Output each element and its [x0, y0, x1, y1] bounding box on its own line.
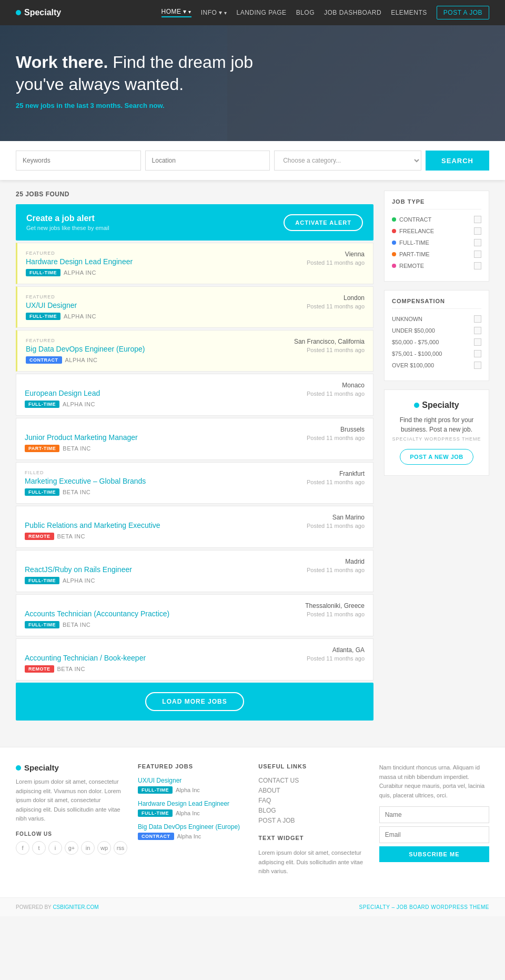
- social-instagram-icon[interactable]: i: [48, 841, 62, 855]
- text-widget-title: TEXT WIDGET: [258, 835, 368, 841]
- footer-name-input[interactable]: [379, 806, 489, 823]
- activate-alert-button[interactable]: ACTIVATE ALERT: [284, 214, 363, 231]
- filter-dot-icon: [392, 217, 396, 222]
- compensation-checkbox[interactable]: [474, 338, 481, 346]
- filter-label: PART-TIME: [392, 251, 430, 257]
- nav-landing[interactable]: LANDING PAGE: [236, 9, 286, 16]
- search-keywords-input[interactable]: [16, 151, 141, 171]
- job-company: Beta Inc: [63, 445, 90, 452]
- compensation-checkbox[interactable]: [474, 350, 481, 357]
- job-tags: FULL-TIME Alpha Inc: [26, 313, 96, 320]
- job-title[interactable]: Marketing Executive – Global Brands: [25, 477, 146, 485]
- job-type-tag: PART-TIME: [25, 445, 59, 452]
- filter-dot-icon: [392, 229, 396, 233]
- featured-label: FEATURED: [26, 251, 133, 256]
- social-linkedin-icon[interactable]: in: [81, 841, 95, 855]
- compensation-checkbox[interactable]: [474, 362, 481, 369]
- filter-dot-icon: [392, 252, 396, 256]
- job-type-tag: REMOTE: [25, 665, 54, 673]
- promo-logo-text: Specialty: [422, 401, 459, 410]
- job-company: Beta Inc: [57, 533, 85, 539]
- job-tags: FULL-TIME Beta Inc: [25, 621, 169, 628]
- filter-checkbox[interactable]: [474, 251, 481, 258]
- filter-checkbox[interactable]: [474, 262, 481, 269]
- search-button[interactable]: SEARCH: [426, 151, 489, 171]
- post-new-job-button[interactable]: POST A NEW JOB: [400, 449, 473, 465]
- footer-job-link[interactable]: UX/UI Designer: [138, 777, 248, 784]
- filter-type-label: PART-TIME: [399, 251, 430, 257]
- search-location-input[interactable]: [145, 151, 270, 171]
- job-type-tag: FULL-TIME: [25, 488, 59, 496]
- job-location: London: [307, 294, 365, 302]
- filter-checkbox[interactable]: [474, 239, 481, 246]
- hero-overlay: [227, 25, 505, 141]
- job-location: Frankfurt: [307, 470, 365, 477]
- hero-content: Work there. Find the dream job you've al…: [16, 52, 268, 109]
- social-rss-icon[interactable]: rss: [114, 841, 127, 855]
- job-location: Thessaloniki, Greece: [305, 602, 365, 609]
- sidebar-promo: Specialty Find the right pros for your b…: [384, 389, 489, 476]
- job-title[interactable]: Accounts Technician (Accountancy Practic…: [25, 609, 169, 618]
- footer-job-tag: FULL-TIME: [138, 809, 173, 817]
- list-item: OVER $100,000: [392, 362, 481, 369]
- social-wordpress-icon[interactable]: wp: [97, 841, 111, 855]
- specialty-theme-link[interactable]: SPECIALTY – JOB BOARD WORDPRESS THEME: [359, 904, 489, 910]
- filter-checkbox[interactable]: [474, 216, 481, 223]
- social-twitter-icon[interactable]: t: [32, 841, 46, 855]
- footer-job-company: Alpha Inc: [176, 810, 200, 816]
- nav-job-dashboard[interactable]: JOB DASHBOARD: [324, 9, 381, 16]
- job-title[interactable]: ReactJS/Ruby on Rails Engineer: [25, 565, 132, 574]
- job-posted: Posted 11 months ago: [305, 611, 365, 617]
- table-row: Public Relations and Marketing Executive…: [16, 506, 373, 548]
- useful-links-title: USEFUL LINKS: [258, 763, 368, 769]
- hero-stat-text: new jobs in the last: [23, 102, 90, 109]
- job-right: Vienna Posted 11 months ago: [296, 251, 365, 266]
- social-facebook-icon[interactable]: f: [16, 841, 29, 855]
- nav-home[interactable]: HOME ▾: [161, 8, 191, 17]
- csigniter-link[interactable]: CSBIGNITER.COM: [53, 904, 98, 910]
- nav-elements[interactable]: ELEMENTS: [391, 9, 427, 16]
- job-title[interactable]: UX/UI Designer: [26, 301, 96, 309]
- filter-checkbox[interactable]: [474, 227, 481, 235]
- promo-logo-dot-icon: [414, 403, 419, 408]
- compensation-checkbox[interactable]: [474, 327, 481, 334]
- job-title[interactable]: Junior Product Marketing Manager: [25, 433, 138, 442]
- job-type-tag: FULL-TIME: [26, 269, 60, 276]
- list-item: FREELANCE: [392, 227, 481, 235]
- footer-email-input[interactable]: [379, 826, 489, 843]
- footer-powered-by: POWERED BY CSBIGNITER.COM: [16, 904, 99, 910]
- useful-link[interactable]: POST A JOB: [258, 817, 368, 824]
- job-title[interactable]: Accounting Technician / Book-keeper: [25, 654, 146, 662]
- search-category-select[interactable]: Choose a category...: [274, 151, 421, 171]
- job-posted: Posted 11 months ago: [307, 259, 365, 266]
- useful-link[interactable]: FAQ: [258, 797, 368, 804]
- footer-job-company: Alpha Inc: [177, 833, 201, 839]
- job-title[interactable]: Public Relations and Marketing Executive: [25, 521, 160, 529]
- compensation-checkbox[interactable]: [474, 315, 481, 323]
- job-company: Beta Inc: [63, 622, 90, 628]
- social-google-icon[interactable]: g+: [65, 841, 78, 855]
- nav-blog[interactable]: BLOG: [296, 9, 315, 16]
- job-right: Frankfurt Posted 11 months ago: [296, 470, 365, 485]
- job-title[interactable]: Hardware Design Lead Engineer: [26, 257, 133, 266]
- promo-sub: SPECIALTY WORDPRESS THEME: [392, 436, 481, 442]
- nav-info[interactable]: INFO ▾: [201, 9, 227, 16]
- job-title[interactable]: European Design Lead: [25, 389, 100, 397]
- compensation-label: UNKNOWN: [392, 316, 422, 322]
- job-alert-box: Create a job alert Get new jobs like the…: [16, 204, 373, 241]
- useful-link[interactable]: ABOUT: [258, 787, 368, 794]
- jobs-list: FEATURED Hardware Design Lead Engineer F…: [16, 243, 373, 681]
- footer-col-brand: Specialty Lorem ipsum dolor sit amet, co…: [16, 763, 127, 882]
- job-tags: FULL-TIME Beta Inc: [25, 488, 146, 496]
- filter-type-label: FREELANCE: [399, 228, 434, 234]
- nav-post-job[interactable]: POST A JOB: [437, 6, 489, 19]
- subscribe-button[interactable]: SUBSCRIBE ME: [379, 846, 489, 862]
- job-location: Vienna: [307, 251, 365, 258]
- footer-job-link[interactable]: Hardware Design Lead Engineer: [138, 800, 248, 807]
- table-row: FEATURED UX/UI Designer FULL-TIME Alpha …: [16, 286, 373, 328]
- useful-link[interactable]: BLOG: [258, 807, 368, 814]
- footer-job-link[interactable]: Big Data DevOps Engineer (Europe): [138, 823, 248, 831]
- job-title[interactable]: Big Data DevOps Engineer (Europe): [26, 345, 145, 353]
- load-more-button[interactable]: LOAD MORE JOBS: [145, 692, 244, 711]
- useful-link[interactable]: CONTACT US: [258, 777, 368, 784]
